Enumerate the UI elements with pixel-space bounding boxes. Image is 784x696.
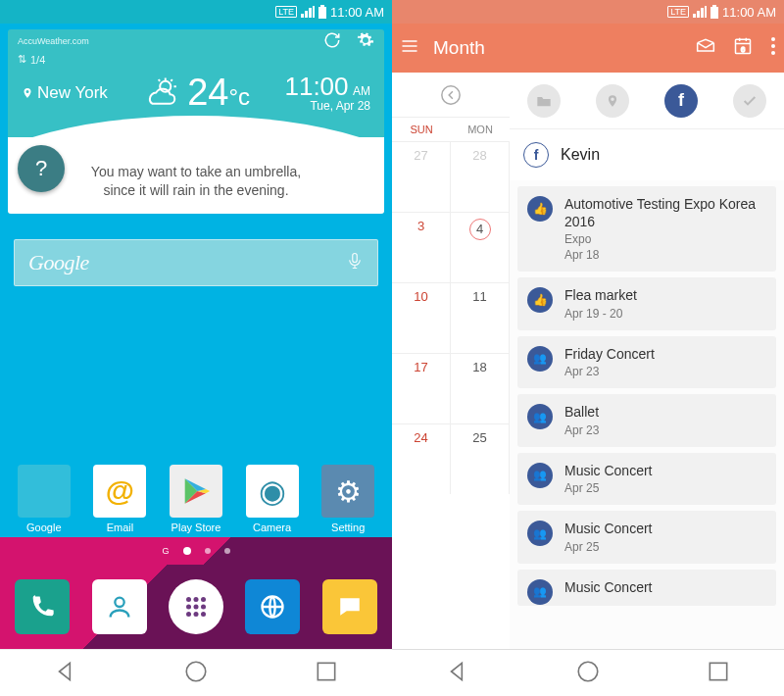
header-mon: MON — [451, 118, 510, 141]
refresh-icon[interactable] — [323, 31, 341, 51]
inbox-icon[interactable] — [696, 37, 715, 59]
app-label: Play Store — [172, 522, 221, 533]
events-panel: f f Kevin Automotive Testing Expo Korea … — [510, 73, 784, 649]
dot — [205, 548, 211, 554]
like-icon — [527, 287, 553, 313]
updown-icon: ⇅ — [18, 53, 26, 66]
gear-icon[interactable] — [357, 31, 374, 51]
nav-home[interactable] — [183, 659, 209, 688]
svg-point-18 — [771, 44, 775, 48]
event-item[interactable]: Friday ConcertApr 23 — [517, 336, 776, 389]
app-play-store[interactable]: Play Store — [163, 465, 229, 533]
event-item[interactable]: Music ConcertApr 25 — [517, 511, 776, 564]
cal-cell[interactable]: 4 — [451, 213, 510, 282]
event-title: Flea market — [564, 287, 764, 305]
profile-name: Kevin — [561, 146, 600, 164]
group-icon — [527, 521, 553, 546]
filter-done[interactable] — [733, 84, 766, 118]
svg-point-13 — [186, 662, 206, 681]
event-sub: Apr 23 — [564, 423, 764, 437]
dot — [224, 548, 230, 554]
app-google-folder[interactable]: Google — [11, 465, 77, 533]
event-title: Music Concert — [564, 521, 764, 538]
help-button[interactable]: ? — [18, 145, 65, 192]
filter-facebook[interactable]: f — [664, 84, 698, 118]
event-item[interactable]: Music Concert — [517, 570, 776, 607]
clock-ampm: AM — [353, 84, 370, 98]
event-list[interactable]: Automotive Testing Expo Korea 2016ExpoAp… — [510, 180, 784, 649]
today-icon[interactable]: 6 — [733, 36, 753, 60]
weather-widget[interactable]: AccuWeather.com ⇅ 1/4 New York — [8, 29, 384, 214]
svg-rect-22 — [710, 663, 727, 679]
cal-cell[interactable]: 27 — [392, 142, 451, 212]
cal-cell[interactable]: 18 — [451, 354, 510, 423]
like-icon — [527, 196, 553, 222]
status-bar: LTE 11:00 AM — [392, 0, 784, 24]
app-email[interactable]: Email — [86, 465, 153, 533]
svg-point-5 — [201, 597, 206, 602]
status-time: 11:00 AM — [330, 5, 384, 20]
svg-point-9 — [186, 612, 191, 617]
cal-cell[interactable]: 17 — [392, 354, 451, 423]
battery-icon — [318, 5, 326, 19]
event-sub: Apr 25 — [564, 481, 764, 495]
page-indicator[interactable]: G — [0, 537, 392, 565]
nav-recent[interactable] — [706, 659, 731, 688]
lte-icon: LTE — [667, 6, 689, 18]
dock-messages[interactable] — [322, 579, 377, 634]
svg-point-3 — [186, 597, 191, 602]
event-item[interactable]: Flea marketApr 19 - 20 — [517, 277, 776, 330]
profile-row[interactable]: f Kevin — [510, 129, 784, 180]
header-sun: SUN — [392, 118, 451, 141]
overflow-icon[interactable] — [770, 36, 776, 60]
cal-cell[interactable]: 25 — [451, 424, 510, 494]
nav-back[interactable] — [53, 659, 78, 688]
dock-phone[interactable] — [15, 579, 70, 634]
weather-location[interactable]: New York — [22, 83, 108, 103]
dock-browser[interactable] — [245, 579, 300, 634]
svg-point-10 — [193, 612, 198, 617]
dock-contacts[interactable] — [92, 579, 147, 634]
cal-cell[interactable]: 11 — [451, 283, 510, 353]
app-settings[interactable]: Setting — [315, 465, 381, 533]
homescreen-phone: LTE 11:00 AM AccuWeather.com ⇅ 1/4 — [0, 0, 392, 696]
toolbar-title[interactable]: Month — [433, 37, 485, 59]
event-item[interactable]: Automotive Testing Expo Korea 2016ExpoAp… — [517, 186, 776, 272]
mic-icon[interactable] — [346, 250, 364, 275]
calendar-toolbar: Month 6 — [392, 24, 784, 73]
google-search-bar[interactable]: Google — [14, 239, 378, 286]
g-dot: G — [162, 546, 169, 556]
event-sub: Apr 23 — [564, 365, 764, 378]
group-icon — [527, 463, 553, 488]
clock-date: Tue, Apr 28 — [284, 100, 370, 113]
svg-text:6: 6 — [741, 45, 745, 54]
event-item[interactable]: Music ConcertApr 25 — [517, 453, 776, 506]
cal-cell[interactable]: 10 — [392, 283, 451, 353]
google-logo: Google — [28, 250, 89, 275]
event-item[interactable]: BalletApr 23 — [517, 394, 776, 447]
event-sub: Apr 25 — [564, 540, 764, 554]
nav-recent[interactable] — [314, 659, 339, 688]
dock — [0, 565, 392, 649]
signal-icon — [301, 6, 315, 18]
filter-folder[interactable] — [527, 84, 561, 118]
app-camera[interactable]: Camera — [239, 465, 306, 533]
app-label: Email — [107, 522, 134, 533]
cal-cell[interactable]: 3 — [392, 213, 451, 282]
weather-source: AccuWeather.com — [18, 36, 89, 46]
nav-back[interactable] — [445, 659, 470, 688]
menu-icon[interactable] — [400, 36, 419, 60]
calendar-grid[interactable]: SUN MON 272834101117182425 — [392, 73, 510, 649]
clock-time: 11:00 — [284, 72, 348, 101]
lte-icon: LTE — [275, 6, 297, 18]
location-text: New York — [37, 83, 108, 103]
svg-point-17 — [771, 37, 775, 41]
group-icon — [527, 404, 553, 429]
svg-point-11 — [201, 612, 206, 617]
filter-location[interactable] — [596, 84, 629, 118]
prev-month-button[interactable] — [392, 73, 510, 118]
nav-home[interactable] — [575, 659, 601, 688]
cal-cell[interactable]: 24 — [392, 424, 451, 494]
cal-cell[interactable]: 28 — [451, 142, 510, 212]
dock-apps[interactable] — [169, 579, 223, 634]
